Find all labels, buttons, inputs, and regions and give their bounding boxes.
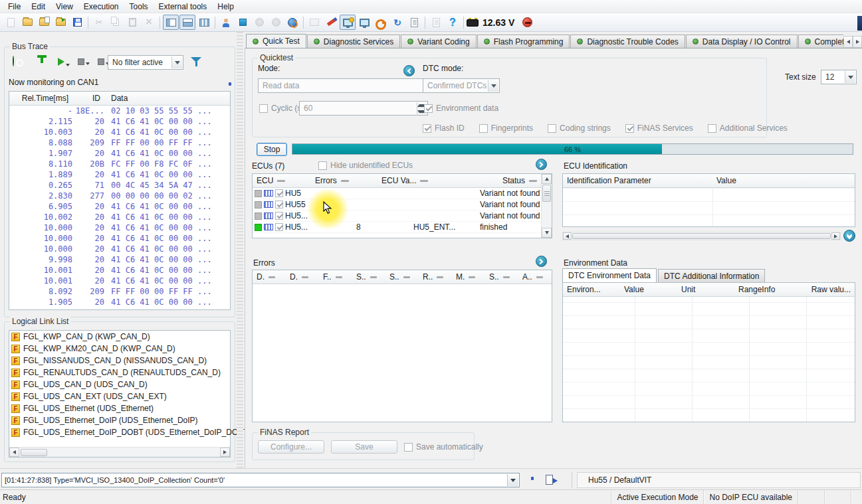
web-icon[interactable]: [284, 15, 300, 30]
trace-play-icon[interactable]: [58, 58, 70, 68]
logical-link-item[interactable]: FGL_KWP_CAN_D (KWP_CAN_D): [9, 331, 230, 343]
menu-item[interactable]: Help: [212, 1, 239, 13]
ecu-checkbox[interactable]: [275, 189, 283, 197]
dropdown-arrow-icon[interactable]: [507, 474, 518, 486]
collapse-panel-button[interactable]: [403, 65, 415, 76]
bus-trace-row[interactable]: - 18E... 02 10 03 55 55 55 ...: [9, 106, 230, 116]
filter-dash-icon[interactable]: [420, 180, 428, 182]
quicktest-option[interactable]: FiNAS Services: [625, 124, 693, 133]
errors-column-header[interactable]: D.: [286, 270, 319, 284]
bus-trace-row[interactable]: 1.905 20 41 C6 41 0C 00 00 ...: [9, 297, 230, 307]
pause-icon[interactable]: [268, 15, 284, 30]
document-icon[interactable]: [406, 15, 422, 30]
menu-item[interactable]: File: [3, 1, 26, 13]
bus-trace-row[interactable]: 1.889 20 41 C6 41 0C 00 00 ...: [9, 169, 230, 180]
save-automatically-checkbox[interactable]: [404, 443, 413, 452]
log-combobox[interactable]: [01:41:27:838] Type='MVCI_ISO_13400_DoIP…: [1, 473, 520, 487]
hide-unidentified-row[interactable]: Hide unidentified ECUs: [318, 161, 413, 170]
quicktest-option[interactable]: Fingerprints: [479, 124, 533, 133]
logical-link-item[interactable]: FGL_UDS_Ethernet (UDS_Ethernet): [9, 402, 230, 414]
key-icon[interactable]: [373, 15, 389, 30]
layout-left-icon[interactable]: [163, 15, 179, 30]
paste-icon[interactable]: [124, 15, 140, 30]
save-automatically-row[interactable]: Save automatically: [404, 442, 483, 452]
ecu-row[interactable]: HU55 Variant not found: [253, 199, 541, 210]
copy-icon[interactable]: [108, 15, 124, 30]
bus-trace-row[interactable]: 8.110 20B FC FF 00 F8 FC 0F ...: [9, 159, 230, 169]
environment-tab[interactable]: DTC Additional Information: [658, 269, 765, 282]
ecu-row[interactable]: HU5 Variant not found: [253, 188, 541, 199]
option-checkbox[interactable]: [548, 124, 556, 133]
errors-column-header[interactable]: S..: [385, 270, 419, 284]
ecus-expand-button[interactable]: [536, 159, 547, 170]
scroll-thumb[interactable]: [21, 449, 47, 456]
option-checkbox[interactable]: [423, 124, 431, 133]
quicktest-option[interactable]: Coding strings: [548, 124, 611, 133]
ecu-identification-hscrollbar[interactable]: [562, 232, 841, 240]
ecus-column-header[interactable]: Status: [498, 174, 541, 187]
ecus-column-header[interactable]: ECU: [253, 174, 311, 187]
tab[interactable]: Complete Vehicle Coc: [798, 35, 843, 48]
errors-column-header[interactable]: D.: [253, 270, 286, 284]
menu-item[interactable]: External tools: [154, 1, 213, 13]
snapshot-icon[interactable]: [306, 15, 322, 30]
menu-item[interactable]: Execution: [78, 1, 124, 13]
open-file-icon[interactable]: [53, 15, 68, 30]
errors-expand-button[interactable]: [536, 256, 547, 267]
bus-trace-row[interactable]: 10.001 20 41 C6 41 0C 00 00 ...: [9, 276, 230, 286]
dropdown-arrow-icon[interactable]: [488, 80, 498, 92]
tab[interactable]: Flash Programming: [477, 35, 570, 48]
trace-power-icon[interactable]: [13, 56, 14, 66]
tab-scroll-left-icon[interactable]: [843, 36, 853, 48]
open-icon[interactable]: [19, 15, 35, 30]
logical-link-item[interactable]: FGL_UDS_CAN_EXT (UDS_CAN_EXT): [9, 390, 230, 402]
ecu-row[interactable]: HU5... Variant not found: [253, 210, 541, 222]
refresh-icon[interactable]: [389, 15, 405, 30]
tab[interactable]: Diagnostic Trouble Codes: [570, 35, 685, 48]
errors-column-header[interactable]: F..: [319, 270, 352, 284]
bus-trace-row[interactable]: 2.830 277 00 00 00 00 00 02 ...: [9, 191, 230, 201]
run-icon[interactable]: [251, 15, 267, 30]
menu-item[interactable]: View: [51, 1, 78, 13]
tab[interactable]: Diagnostic Services: [307, 35, 400, 48]
filter-dash-icon[interactable]: [503, 276, 510, 278]
ecus-vscrollbar[interactable]: [541, 174, 552, 238]
tab[interactable]: Quick Test: [246, 34, 306, 48]
monitor-icon[interactable]: [356, 15, 372, 30]
stop-execution-icon[interactable]: [235, 15, 251, 30]
bus-trace-row[interactable]: 6.905 20 41 C6 41 0C 00 00 ...: [9, 201, 230, 212]
hide-unidentified-checkbox[interactable]: [318, 161, 327, 170]
bus-trace-row[interactable]: 10.000 20 41 C6 41 0C 00 00 ...: [9, 222, 230, 233]
cyclic-checkbox-row[interactable]: Cyclic (s): [259, 104, 304, 113]
environment-column-header[interactable]: Value: [620, 283, 677, 296]
delete-icon[interactable]: [141, 15, 157, 30]
menu-item[interactable]: Tools: [124, 1, 154, 13]
logical-link-item[interactable]: FGL_RENAULTUDS_CAN_D (RENAULTUDS_CAN_D): [9, 367, 230, 378]
ecu-row[interactable]: HU5... 8 HU5_ENT... finished: [253, 222, 541, 233]
filter-dash-icon[interactable]: [437, 276, 443, 278]
save-icon[interactable]: [69, 15, 85, 30]
errors-column-header[interactable]: R..: [419, 270, 452, 284]
collapse-all-button[interactable]: [843, 230, 855, 242]
filter-dash-icon[interactable]: [336, 276, 342, 278]
option-checkbox[interactable]: [479, 124, 488, 133]
layout-horizontal-icon[interactable]: [179, 15, 195, 30]
bus-trace-row[interactable]: 10.000 20 41 C6 41 0C 00 00 ...: [9, 233, 230, 244]
logical-link-item[interactable]: FGL_UDS_Ethernet_DoIP_DOBT (UDS_Ethernet…: [9, 426, 230, 438]
col-value[interactable]: Value: [712, 174, 855, 187]
dropdown-arrow-icon[interactable]: [845, 71, 855, 83]
help-icon[interactable]: [445, 15, 461, 30]
text-size-select[interactable]: 12: [821, 70, 857, 84]
dtc-mode-select[interactable]: Confirmed DTCs: [423, 78, 500, 93]
errors-column-header[interactable]: S..: [485, 270, 518, 284]
bus-trace-row[interactable]: 2.115 20 41 C6 41 0C 00 00 ...: [9, 116, 230, 127]
option-checkbox[interactable]: [708, 124, 716, 133]
open-folder-icon[interactable]: [36, 15, 52, 30]
ignition-icon[interactable]: [519, 15, 535, 30]
bus-trace-row[interactable]: 10.003 20 41 C6 41 0C 00 00 ...: [9, 127, 230, 137]
new-document-icon[interactable]: [3, 15, 19, 30]
scroll-left-icon[interactable]: [563, 232, 572, 240]
ecu-checkbox[interactable]: [275, 223, 283, 231]
ecus-column-header[interactable]: ECU Va...: [377, 174, 498, 187]
col-rel-time[interactable]: Rel.Time[ms]: [9, 92, 72, 105]
